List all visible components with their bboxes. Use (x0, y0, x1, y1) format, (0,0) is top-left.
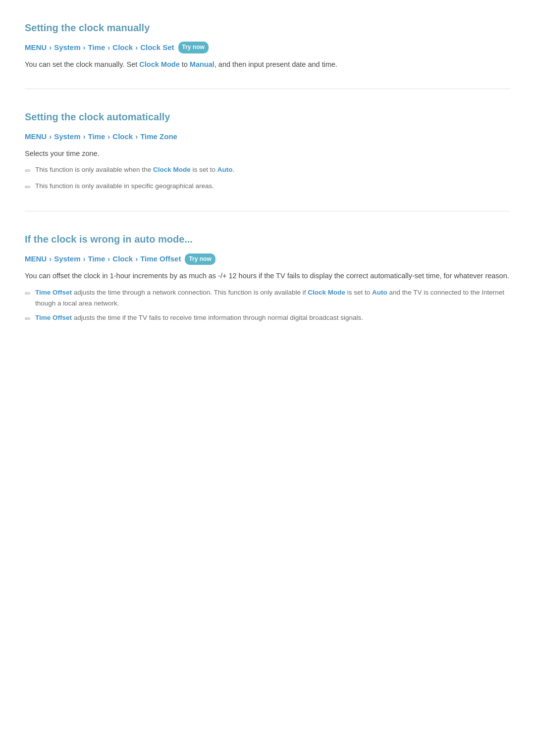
highlight-manual: Manual (190, 60, 214, 68)
breadcrumb-wrong-time: Time (88, 253, 106, 265)
section-manual-clock: Setting the clock manually MENU › System… (25, 20, 510, 71)
breadcrumb-sep-3: › (107, 42, 110, 53)
breadcrumb-manual: MENU › System › Time › Clock › Clock Set… (25, 42, 510, 53)
try-now-badge-wrong[interactable]: Try now (185, 253, 215, 265)
note-list-wrong: ✏ Time Offset adjusts the time through a… (25, 287, 510, 325)
note-item-auto-1: ✏ This function is only available when t… (25, 164, 510, 177)
pencil-icon-wrong-1: ✏ (25, 288, 31, 300)
highlight-auto-2: Auto (372, 289, 387, 296)
section-title-wrong: If the clock is wrong in auto mode... (25, 231, 510, 247)
breadcrumb-sep-1: › (49, 42, 52, 53)
highlight-time-offset-2: Time Offset (35, 314, 72, 321)
breadcrumb-time: Time (88, 42, 106, 53)
breadcrumb-system: System (54, 42, 80, 53)
breadcrumb-wrong-sep-4: › (135, 253, 138, 265)
highlight-clock-mode-1: Clock Mode (139, 60, 179, 68)
try-now-badge-manual[interactable]: Try now (178, 42, 209, 53)
breadcrumb-auto-system: System (54, 131, 80, 143)
note-text-wrong-1: Time Offset adjusts the time through a n… (35, 287, 510, 308)
breadcrumb-wrong-sep-2: › (83, 253, 86, 265)
breadcrumb-auto-sep-3: › (107, 131, 110, 143)
breadcrumb-time-zone: Time Zone (140, 131, 177, 143)
pencil-icon-auto-2: ✏ (25, 181, 31, 193)
divider-1 (25, 89, 510, 89)
breadcrumb-sep-4: › (135, 42, 138, 53)
breadcrumb-clock: Clock (112, 42, 133, 53)
breadcrumb-wrong-sep-3: › (107, 253, 110, 265)
breadcrumb-wrong-system: System (54, 253, 80, 265)
breadcrumb-wrong-menu: MENU (25, 253, 47, 265)
breadcrumb-clock-set: Clock Set (140, 42, 174, 53)
note-text-auto-1: This function is only available when the… (35, 164, 234, 175)
note-text-auto-2: This function is only available in speci… (35, 181, 214, 192)
section-title-auto: Setting the clock automatically (25, 109, 510, 125)
note-item-wrong-2: ✏ Time Offset adjusts the time if the TV… (25, 312, 510, 325)
breadcrumb-wrong-clock: Clock (112, 253, 133, 265)
breadcrumb-auto-sep-1: › (49, 131, 52, 143)
body-text-manual: You can set the clock manually. Set Cloc… (25, 58, 510, 71)
divider-2 (25, 211, 510, 211)
highlight-clock-mode-3: Clock Mode (308, 289, 345, 296)
breadcrumb-sep-2: › (83, 42, 86, 53)
highlight-time-offset-1: Time Offset (35, 289, 72, 296)
breadcrumb-auto: MENU › System › Time › Clock › Time Zone (25, 131, 510, 143)
section-wrong-clock: If the clock is wrong in auto mode... ME… (25, 231, 510, 325)
breadcrumb-wrong: MENU › System › Time › Clock › Time Offs… (25, 253, 510, 265)
breadcrumb-auto-sep-4: › (135, 131, 138, 143)
breadcrumb-menu: MENU (25, 42, 47, 53)
highlight-clock-mode-2: Clock Mode (153, 166, 191, 173)
note-text-wrong-2: Time Offset adjusts the time if the TV f… (35, 312, 363, 323)
pencil-icon-auto-1: ✏ (25, 165, 31, 177)
pencil-icon-wrong-2: ✏ (25, 313, 31, 325)
breadcrumb-auto-sep-2: › (83, 131, 86, 143)
body-text-wrong: You can offset the clock in 1-hour incre… (25, 270, 510, 282)
note-item-wrong-1: ✏ Time Offset adjusts the time through a… (25, 287, 510, 308)
breadcrumb-auto-time: Time (88, 131, 106, 143)
highlight-auto-1: Auto (217, 166, 233, 173)
section-auto-clock: Setting the clock automatically MENU › S… (25, 109, 510, 194)
breadcrumb-auto-clock: Clock (112, 131, 133, 143)
breadcrumb-time-offset: Time Offset (140, 253, 181, 265)
note-list-auto: ✏ This function is only available when t… (25, 164, 510, 193)
body-text-auto: Selects your time zone. (25, 148, 510, 160)
breadcrumb-wrong-sep-1: › (49, 253, 52, 265)
breadcrumb-auto-menu: MENU (25, 131, 47, 143)
section-title-manual: Setting the clock manually (25, 20, 510, 36)
note-item-auto-2: ✏ This function is only available in spe… (25, 181, 510, 193)
